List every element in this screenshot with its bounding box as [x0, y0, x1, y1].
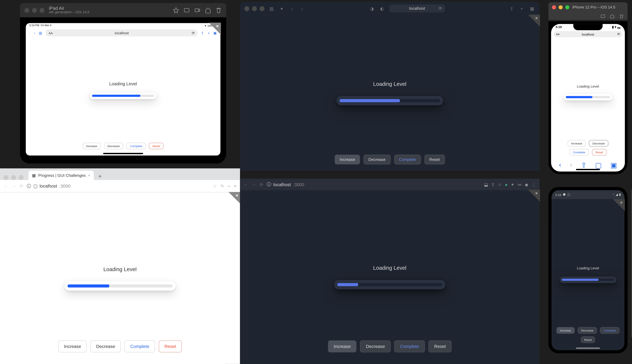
tab-strip: ▦ Progress | GUI Challenges × +	[0, 168, 240, 180]
site-info-icon[interactable]: ⓘ	[267, 181, 271, 188]
forward-button[interactable]: →	[252, 182, 256, 187]
extension-icon[interactable]: ⌁	[228, 184, 230, 188]
star-icon[interactable]: ☆	[213, 184, 217, 188]
back-button[interactable]: ‹	[559, 161, 561, 169]
site-info-icon[interactable]: ⓘ	[27, 183, 31, 189]
increase-button[interactable]: Increase	[82, 143, 101, 150]
complete-button[interactable]: Complete	[124, 340, 155, 352]
back-button[interactable]: ‹	[289, 5, 295, 12]
devtools-badge-icon	[233, 192, 240, 199]
extension-icon[interactable]: ●	[505, 182, 508, 187]
trash-icon[interactable]	[216, 7, 222, 13]
increase-button[interactable]: Increase	[328, 340, 356, 352]
install-icon[interactable]: ⬓	[484, 182, 488, 187]
home-icon[interactable]	[610, 14, 615, 18]
forward-button[interactable]: →	[12, 184, 16, 188]
menu-icon[interactable]: ⋮	[532, 182, 536, 187]
increase-button[interactable]: Increase	[58, 340, 87, 352]
complete-button[interactable]: Complete	[126, 143, 146, 150]
debug-icon: ⬢	[563, 193, 566, 196]
reload-icon[interactable]: ⟳	[617, 32, 620, 36]
increase-button[interactable]: Increase	[568, 140, 586, 147]
progress-label: Loading Level	[104, 266, 137, 272]
sidebar-icon[interactable]: ▥	[268, 5, 275, 12]
tabs-icon[interactable]: ▦	[529, 5, 535, 12]
safari-window: ▥ ▾ ‹ › ◑ ◐ localhost ⟳ ⇪ + ▦ Loading Le…	[240, 2, 540, 170]
text-size-icon[interactable]: AA	[556, 33, 560, 36]
bookmarks-icon[interactable]: ▢	[595, 161, 602, 169]
extensions-icon[interactable]: ✦	[511, 182, 514, 187]
reset-button[interactable]: Reset	[581, 336, 595, 343]
record-icon[interactable]	[194, 7, 200, 13]
tabs-icon[interactable]: ▣	[610, 161, 617, 169]
address-bar[interactable]: AA localhost ⟳	[46, 29, 198, 36]
complete-button[interactable]: Complete	[394, 155, 421, 164]
progress-label: Loading Level	[373, 81, 406, 87]
trash-icon[interactable]	[619, 14, 624, 18]
decrease-button[interactable]: Decrease	[360, 340, 391, 352]
home-indicator[interactable]	[576, 348, 600, 349]
reload-icon[interactable]: ⟳	[438, 6, 442, 10]
forward-button[interactable]: ›	[34, 31, 35, 35]
window-title: iPad Air	[49, 6, 90, 11]
new-tab-button[interactable]: +	[96, 172, 104, 180]
address-bar[interactable]: localhost ⟳	[389, 4, 445, 12]
close-tab-icon[interactable]: ×	[88, 173, 90, 178]
address-bar[interactable]: ⓘ ▢ localhost:3000	[27, 183, 210, 189]
home-icon[interactable]	[205, 7, 211, 13]
decrease-button[interactable]: Decrease	[364, 155, 390, 164]
devtools-badge-icon	[618, 200, 624, 206]
reset-button[interactable]: Reset	[159, 340, 182, 352]
reload-icon[interactable]: ⟳	[192, 31, 195, 35]
address-bar[interactable]: ⓘ localhost:3000	[267, 181, 480, 188]
reset-button[interactable]: Reset	[428, 340, 452, 352]
decrease-button[interactable]: Decrease	[90, 340, 121, 352]
menu-icon[interactable]: ≡	[234, 184, 236, 188]
reload-button[interactable]: ⟳	[260, 182, 263, 187]
complete-button[interactable]: Complete	[394, 340, 425, 352]
window-titlebar[interactable]: iPad Air 4th generation – iOS 14.5	[20, 3, 226, 18]
profile-icon[interactable]: ◆	[525, 182, 528, 187]
decrease-button[interactable]: Decrease	[104, 143, 123, 150]
back-button[interactable]: ←	[244, 182, 248, 187]
tab-title: Progress | GUI Challenges	[38, 173, 86, 178]
reload-button[interactable]: ⟳	[20, 184, 23, 188]
browser-tab[interactable]: ▦ Progress | GUI Challenges ×	[28, 170, 94, 180]
share-icon[interactable]: ⇪	[508, 5, 514, 12]
screenshot-icon[interactable]	[184, 7, 190, 13]
progress-label: Loading Level	[577, 84, 599, 88]
screenshot-icon[interactable]	[600, 14, 605, 18]
reset-button[interactable]: Reset	[149, 143, 164, 150]
complete-button[interactable]: Complete	[569, 149, 589, 156]
pin-icon[interactable]	[173, 7, 179, 13]
chrome-light-window: ▦ Progress | GUI Challenges × + ← → ⟳ ⓘ …	[0, 168, 240, 364]
decrease-button[interactable]: Decrease	[578, 327, 597, 334]
increase-button[interactable]: Increase	[335, 155, 360, 164]
reset-button[interactable]: Reset	[592, 149, 606, 156]
appearance-icon[interactable]: ◐	[379, 5, 385, 12]
window-subtitle: 4th generation – iOS 14.5	[49, 11, 90, 15]
new-tab-icon[interactable]: +	[518, 5, 525, 12]
home-indicator[interactable]	[103, 153, 143, 154]
share-icon[interactable]: ⇪	[581, 161, 586, 169]
star-icon[interactable]: ☆	[498, 182, 502, 187]
shield-icon[interactable]: ◑	[369, 5, 375, 12]
reset-button[interactable]: Reset	[424, 155, 445, 164]
text-size-icon[interactable]: AA	[48, 31, 53, 34]
complete-button[interactable]: Complete	[600, 327, 620, 334]
increase-button[interactable]: Increase	[556, 327, 574, 334]
share-icon[interactable]: ⇪	[491, 182, 494, 187]
address-bar[interactable]: AA localhost ⟳	[554, 31, 622, 37]
dropdown-icon[interactable]: ▾	[279, 5, 285, 12]
extension-icon[interactable]: ✎	[220, 184, 224, 188]
share-icon[interactable]: ⇪	[201, 31, 204, 35]
back-button[interactable]: ‹	[29, 31, 30, 35]
reading-list-icon[interactable]: ≔	[517, 182, 522, 187]
window-titlebar[interactable]: iPhone 12 Pro – iOS 14.5	[548, 2, 628, 12]
sidebar-icon[interactable]: ▥	[39, 31, 42, 35]
decrease-button[interactable]: Decrease	[589, 140, 608, 147]
forward-button[interactable]: ›	[570, 161, 572, 169]
forward-button[interactable]: ›	[299, 5, 305, 12]
home-indicator[interactable]	[576, 169, 600, 170]
back-button[interactable]: ←	[4, 184, 8, 188]
